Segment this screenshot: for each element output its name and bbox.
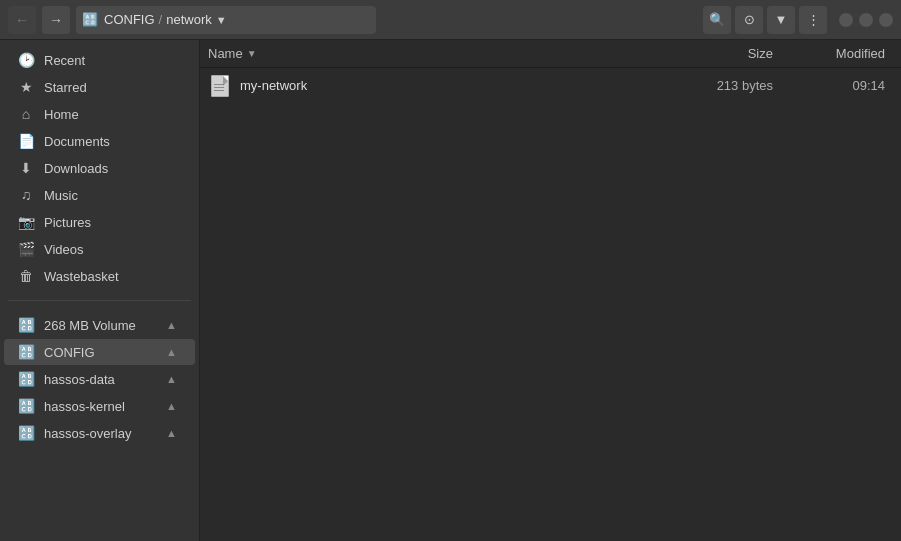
file-type-icon [208, 74, 232, 98]
forward-icon: → [49, 12, 63, 28]
window-close-button[interactable] [879, 13, 893, 27]
breadcrumb-separator: / [159, 12, 163, 27]
forward-button[interactable]: → [42, 6, 70, 34]
breadcrumb: 🔠 CONFIG / network ▼ [76, 6, 376, 34]
sidebar-item-config-volume[interactable]: 🔠 CONFIG ▲ [4, 339, 195, 365]
usb-hassos-kernel-icon: 🔠 [18, 398, 34, 414]
usb-config-icon: 🔠 [18, 344, 34, 360]
breadcrumb-root[interactable]: CONFIG [104, 12, 155, 27]
sidebar-item-268mb-volume[interactable]: 🔠 268 MB Volume ▲ [4, 312, 195, 338]
sidebar-divider [8, 300, 191, 301]
sidebar-item-label: CONFIG [44, 345, 95, 360]
wastebasket-icon: 🗑 [18, 268, 34, 284]
column-headers: Name ▼ Size Modified [200, 40, 901, 68]
sidebar-item-label: Downloads [44, 161, 108, 176]
col-header-size[interactable]: Size [673, 46, 773, 61]
sidebar-item-label: Documents [44, 134, 110, 149]
window-maximize-button[interactable] [859, 13, 873, 27]
search-icon: 🔍 [709, 12, 725, 27]
eject-hassos-kernel-button[interactable]: ▲ [162, 398, 181, 414]
sidebar-item-label: hassos-overlay [44, 426, 131, 441]
doc-icon-line [214, 84, 224, 85]
menu-icon: ⋮ [807, 12, 820, 27]
sidebar-item-documents[interactable]: 📄 Documents [4, 128, 195, 154]
usb-hassos-data-icon: 🔠 [18, 371, 34, 387]
view-grid-button[interactable]: ⊙ [735, 6, 763, 34]
sidebar-item-label: hassos-kernel [44, 399, 125, 414]
downloads-icon: ⬇ [18, 160, 34, 176]
usb-volume-icon: 🔠 [18, 317, 34, 333]
sidebar-item-label: Recent [44, 53, 85, 68]
file-size: 213 bytes [673, 78, 773, 93]
starred-icon: ★ [18, 79, 34, 95]
sidebar-item-hassos-data[interactable]: 🔠 hassos-data ▲ [4, 366, 195, 392]
view-options-button[interactable]: ▼ [767, 6, 795, 34]
window-minimize-button[interactable] [839, 13, 853, 27]
menu-button[interactable]: ⋮ [799, 6, 827, 34]
file-modified: 09:14 [773, 78, 893, 93]
search-button[interactable]: 🔍 [703, 6, 731, 34]
col-name-label: Name [208, 46, 243, 61]
music-icon: ♫ [18, 187, 34, 203]
doc-icon-line [214, 87, 224, 88]
titlebar: ← → 🔠 CONFIG / network ▼ 🔍 ⊙ ▼ ⋮ [0, 0, 901, 40]
eject-hassos-data-button[interactable]: ▲ [162, 371, 181, 387]
usb-icon: 🔠 [82, 12, 98, 27]
sidebar-item-label: hassos-data [44, 372, 115, 387]
sidebar-item-videos[interactable]: 🎬 Videos [4, 236, 195, 262]
breadcrumb-dropdown-button[interactable]: ▼ [214, 14, 229, 26]
sidebar-item-recent[interactable]: 🕑 Recent [4, 47, 195, 73]
col-modified-label: Modified [836, 46, 885, 61]
view-options-icon: ▼ [775, 12, 788, 27]
usb-hassos-overlay-icon: 🔠 [18, 425, 34, 441]
sidebar-item-label: Videos [44, 242, 84, 257]
eject-268mb-button[interactable]: ▲ [162, 317, 181, 333]
videos-icon: 🎬 [18, 241, 34, 257]
sidebar-item-label: 268 MB Volume [44, 318, 136, 333]
sidebar-item-hassos-overlay[interactable]: 🔠 hassos-overlay ▲ [4, 420, 195, 446]
sidebar: 🕑 Recent ★ Starred ⌂ Home 📄 Documents ⬇ … [0, 40, 200, 541]
view-grid-icon: ⊙ [744, 12, 755, 27]
file-name: my-network [240, 78, 673, 93]
doc-icon-line [214, 90, 224, 91]
sidebar-item-label: Home [44, 107, 79, 122]
eject-config-button[interactable]: ▲ [162, 344, 181, 360]
document-icon [211, 75, 229, 97]
file-content-area: Name ▼ Size Modified [200, 40, 901, 541]
window-controls [839, 13, 893, 27]
sidebar-item-label: Wastebasket [44, 269, 119, 284]
titlebar-right-controls: 🔍 ⊙ ▼ ⋮ [703, 6, 893, 34]
sidebar-item-label: Music [44, 188, 78, 203]
sidebar-item-label: Pictures [44, 215, 91, 230]
sidebar-item-hassos-kernel[interactable]: 🔠 hassos-kernel ▲ [4, 393, 195, 419]
sidebar-item-downloads[interactable]: ⬇ Downloads [4, 155, 195, 181]
pictures-icon: 📷 [18, 214, 34, 230]
sidebar-item-label: Starred [44, 80, 87, 95]
recent-icon: 🕑 [18, 52, 34, 68]
sidebar-item-wastebasket[interactable]: 🗑 Wastebasket [4, 263, 195, 289]
table-row[interactable]: my-network 213 bytes 09:14 [200, 68, 901, 104]
main-layout: 🕑 Recent ★ Starred ⌂ Home 📄 Documents ⬇ … [0, 40, 901, 541]
home-icon: ⌂ [18, 106, 34, 122]
sidebar-item-home[interactable]: ⌂ Home [4, 101, 195, 127]
breadcrumb-current[interactable]: network [166, 12, 212, 27]
back-button[interactable]: ← [8, 6, 36, 34]
sidebar-item-music[interactable]: ♫ Music [4, 182, 195, 208]
sidebar-volumes-section: 🔠 268 MB Volume ▲ 🔠 CONFIG ▲ 🔠 hassos-da… [0, 305, 199, 453]
file-list: my-network 213 bytes 09:14 [200, 68, 901, 541]
col-size-label: Size [748, 46, 773, 61]
back-icon: ← [15, 12, 29, 28]
sidebar-item-pictures[interactable]: 📷 Pictures [4, 209, 195, 235]
col-header-modified[interactable]: Modified [773, 46, 893, 61]
sidebar-places-section: 🕑 Recent ★ Starred ⌂ Home 📄 Documents ⬇ … [0, 40, 199, 296]
sort-arrow-icon: ▼ [247, 48, 257, 59]
doc-icon-lines [214, 84, 224, 93]
eject-hassos-overlay-button[interactable]: ▲ [162, 425, 181, 441]
col-header-name[interactable]: Name ▼ [208, 46, 673, 61]
documents-icon: 📄 [18, 133, 34, 149]
sidebar-item-starred[interactable]: ★ Starred [4, 74, 195, 100]
